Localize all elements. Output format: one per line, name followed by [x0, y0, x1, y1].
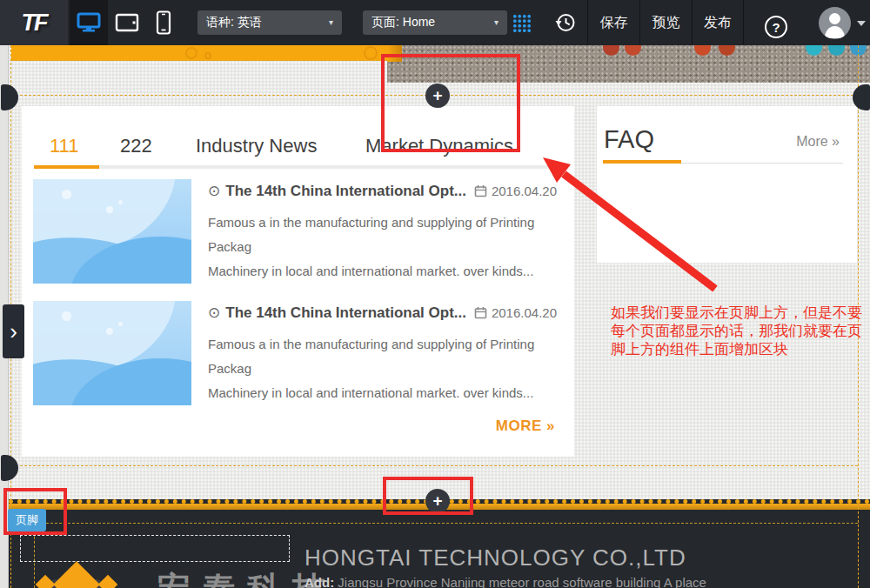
tutorial-highlight-box-top	[381, 54, 520, 152]
top-toolbar: TF 语种: 英语 ▾ 页面: Home	[0, 0, 870, 45]
news-item: ⊙The 14th China International Opt... 201…	[22, 301, 574, 423]
photo-pin	[694, 45, 711, 56]
device-desktop-button[interactable]	[70, 0, 108, 45]
help-icon[interactable]: ?	[765, 16, 787, 38]
action-buttons: 保存 预览 发布	[587, 0, 744, 45]
news-date-text: 2016.04.20	[492, 184, 557, 198]
tab-underline-track	[34, 165, 549, 169]
footer-company-name: HONGTAI TECHNOLOGY CO.,LTD	[304, 545, 686, 571]
photo-pin	[625, 45, 641, 56]
sidebar-expand-button[interactable]: ›	[3, 304, 24, 358]
faq-title: FAQ	[604, 125, 654, 154]
news-item-date: 2016.04.20	[474, 305, 557, 320]
news-item-title[interactable]: ⊙The 14th China International Opt...	[208, 182, 466, 200]
calendar-icon	[474, 184, 487, 197]
bullet-icon: ⊙	[208, 183, 220, 199]
history-icon[interactable]	[555, 12, 576, 37]
bullet-icon: ⊙	[208, 304, 220, 321]
photo-pin	[603, 45, 619, 56]
tab-industry-news[interactable]: Industry News	[196, 135, 317, 157]
news-date-text: 2016.04.20	[492, 305, 557, 320]
language-dropdown[interactable]: 语种: 英语 ▾	[197, 10, 342, 35]
footer-logo-selection[interactable]	[20, 535, 290, 562]
faq-underline-track	[681, 163, 843, 164]
banner-orange-strip[interactable]	[11, 45, 387, 61]
thumb-art	[62, 311, 71, 321]
tutorial-annotation-text: 如果我们要显示在页脚上方，但是不要每个页面都显示的话，那我们就要在页脚上方的组件…	[611, 304, 870, 358]
tutorial-highlight-box-footer	[3, 488, 67, 535]
faq-component: FAQ More »	[597, 106, 857, 263]
faq-underline-active	[603, 160, 681, 164]
region-dash-banner	[11, 60, 387, 61]
faq-more-link[interactable]: More »	[796, 134, 840, 150]
page-dropdown[interactable]: 页面: Home ▾	[363, 10, 507, 35]
avatar-caret-icon[interactable]	[857, 21, 866, 26]
app-logo[interactable]: TF	[0, 0, 68, 45]
news-item-date: 2016.04.20	[474, 184, 557, 198]
news-thumbnail[interactable]	[33, 179, 191, 284]
device-tablet-button[interactable]	[108, 0, 146, 45]
chevron-right-icon: ›	[10, 318, 17, 345]
avatar[interactable]	[819, 7, 851, 39]
news-title-text: The 14th China International Opt...	[225, 304, 466, 321]
page-dropdown-value: 页面: Home	[371, 15, 435, 30]
news-item-excerpt: Famous a in the manufacturing and supply…	[208, 210, 573, 284]
chevron-down-icon: ▾	[329, 18, 333, 27]
banner-doodle-icon	[364, 46, 378, 60]
phone-icon	[156, 10, 171, 35]
photo-pin	[719, 45, 735, 56]
calendar-icon	[474, 306, 487, 319]
tab-underline-active	[34, 165, 99, 169]
preview-button[interactable]: 预览	[639, 0, 692, 45]
tutorial-highlight-box-bottom	[383, 477, 473, 515]
photo-pin	[806, 45, 822, 56]
grid-layout-icon[interactable]	[512, 13, 531, 32]
tab-222[interactable]: 222	[120, 135, 152, 157]
desktop-icon	[77, 12, 101, 33]
thumb-art	[106, 328, 113, 335]
editor-window: › + + 111 222 Industry News Market Dynam…	[0, 0, 870, 588]
tab-111[interactable]: 111	[50, 135, 78, 157]
news-thumbnail[interactable]	[33, 301, 191, 405]
tablet-icon	[115, 13, 139, 32]
language-dropdown-value: 语种: 英语	[206, 15, 262, 30]
thumb-art	[62, 190, 71, 199]
region-dash-bottom	[11, 465, 858, 466]
thumb-art	[106, 206, 113, 213]
news-title-text: The 14th China International Opt...	[225, 183, 466, 199]
footer-address-text: Jiangsu Province Nanjing meteor road sof…	[334, 575, 706, 588]
news-item-title[interactable]: ⊙The 14th China International Opt...	[208, 304, 466, 322]
news-item: ⊙The 14th China International Opt... 201…	[22, 179, 574, 301]
chevron-down-icon: ▾	[494, 18, 499, 27]
more-link[interactable]: MORE »	[496, 418, 555, 435]
footer-region-dash	[11, 523, 858, 524]
footer-address-label: Add:	[304, 575, 334, 588]
news-item-excerpt: Famous a in the manufacturing and supply…	[208, 332, 573, 405]
avatar-body	[825, 26, 845, 38]
news-component: 111 222 Industry News Market Dynamics ⊙T…	[22, 106, 574, 457]
banner-doodle-icon	[204, 52, 211, 59]
device-phone-button[interactable]	[146, 0, 181, 45]
photo-pin	[828, 45, 845, 56]
publish-button[interactable]: 发布	[692, 0, 744, 45]
banner-doodle-icon	[185, 47, 197, 59]
save-button[interactable]: 保存	[587, 0, 639, 45]
footer-address: Add: Jiangsu Province Nanjing meteor roa…	[304, 575, 706, 588]
avatar-head	[829, 13, 840, 24]
